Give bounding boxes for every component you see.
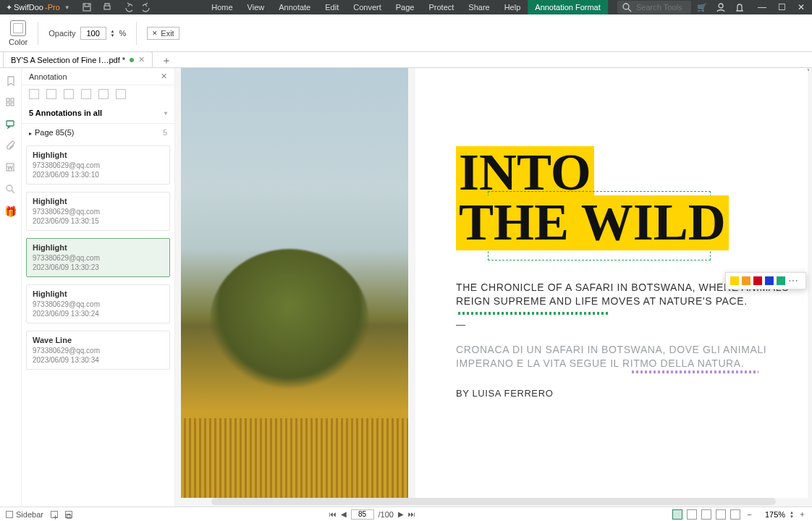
opacity-input[interactable] bbox=[80, 27, 106, 40]
menu-view[interactable]: View bbox=[240, 0, 272, 14]
maximize-button[interactable]: ☐ bbox=[778, 2, 786, 12]
view-single[interactable] bbox=[672, 509, 682, 520]
bookmark-icon[interactable] bbox=[5, 75, 17, 87]
annotation-user: 973380629@qq.com bbox=[33, 346, 164, 355]
divider bbox=[38, 22, 38, 45]
annotation-item[interactable]: Highlight 973380629@qq.com 2023/06/09 13… bbox=[26, 192, 170, 231]
zoom-in-button[interactable]: ＋ bbox=[798, 509, 806, 520]
color-swatch-green[interactable] bbox=[777, 276, 785, 285]
annotation-item[interactable]: Wave Line 973380629@qq.com 2023/06/09 13… bbox=[26, 331, 170, 370]
minimize-button[interactable]: — bbox=[758, 2, 766, 12]
brand-dropdown-icon[interactable]: ▼ bbox=[64, 4, 70, 11]
anno-tool-3[interactable] bbox=[64, 89, 74, 99]
anno-tool-4[interactable] bbox=[81, 89, 91, 99]
menu-page[interactable]: Page bbox=[389, 0, 422, 14]
document-tabs: BY'S A Selection of Fine I…pdf * ✕ ＋ bbox=[0, 52, 812, 68]
title-line-1[interactable]: INTO bbox=[456, 146, 594, 198]
cart-icon[interactable]: 🛒 bbox=[697, 3, 707, 12]
view-two-page[interactable] bbox=[701, 509, 711, 520]
color-swatch-yellow[interactable] bbox=[730, 276, 739, 285]
page-dup-button[interactable]: ⧉ bbox=[65, 511, 72, 518]
byline[interactable]: BY LUISA FERRERO bbox=[456, 388, 799, 399]
annotation-panel-tools bbox=[22, 85, 174, 103]
color-swatch-orange[interactable] bbox=[742, 276, 750, 285]
annotation-page-group[interactable]: ▸Page 85(5) 5 bbox=[22, 124, 174, 141]
menu-help[interactable]: Help bbox=[497, 0, 528, 14]
next-page-button[interactable]: ▶ bbox=[398, 510, 404, 518]
anno-tool-6[interactable] bbox=[116, 89, 126, 99]
page-input[interactable] bbox=[351, 509, 374, 520]
find-icon[interactable] bbox=[5, 184, 17, 195]
page-group-label: Page 85(5) bbox=[35, 128, 74, 137]
search-input[interactable] bbox=[636, 3, 687, 12]
sort-icon[interactable]: ▾ bbox=[164, 110, 167, 117]
word-icon[interactable] bbox=[5, 162, 17, 174]
save-icon[interactable] bbox=[82, 2, 92, 12]
close-button[interactable]: ✕ bbox=[798, 2, 805, 12]
add-tab-button[interactable]: ＋ bbox=[157, 54, 176, 67]
anno-tool-2[interactable] bbox=[46, 89, 56, 99]
annotation-panel-close-icon[interactable]: ✕ bbox=[161, 72, 167, 81]
tab-close-icon[interactable]: ✕ bbox=[138, 55, 145, 64]
menu-home[interactable]: Home bbox=[204, 0, 240, 14]
subtitle-it[interactable]: CRONACA DI UN SAFARI IN BOTSWANA, DOVE G… bbox=[456, 343, 799, 370]
annotation-item-selected[interactable]: Highlight 973380629@qq.com 2023/06/09 13… bbox=[26, 238, 170, 277]
attachment-icon[interactable] bbox=[5, 140, 17, 152]
title-line-2[interactable]: THE WILD bbox=[456, 195, 729, 250]
menu-annotate[interactable]: Annotate bbox=[271, 0, 318, 14]
annotation-item[interactable]: Highlight 973380629@qq.com 2023/06/09 13… bbox=[26, 145, 170, 185]
view-continuous[interactable] bbox=[687, 509, 697, 520]
zoom-value[interactable] bbox=[756, 510, 785, 519]
last-page-button[interactable]: ⏭ bbox=[408, 510, 415, 518]
menu-convert[interactable]: Convert bbox=[346, 0, 389, 14]
annotation-type: Highlight bbox=[33, 289, 164, 298]
search-tools[interactable] bbox=[617, 1, 691, 14]
redo-icon[interactable] bbox=[143, 2, 153, 12]
app-logo-icon: ✦ bbox=[6, 3, 12, 12]
annotation-icon[interactable] bbox=[5, 119, 17, 130]
zoom-down-icon[interactable]: ▼ bbox=[790, 514, 794, 519]
document-tab[interactable]: BY'S A Selection of Fine I…pdf * ✕ bbox=[3, 51, 153, 67]
gift-icon[interactable]: 🎁 bbox=[4, 206, 17, 217]
menu-protect[interactable]: Protect bbox=[421, 0, 461, 14]
tree-silhouette bbox=[210, 249, 369, 394]
window-controls: — ☐ ✕ bbox=[750, 2, 812, 12]
document-view[interactable]: 1 ˄ INTO THE WILD THE CHRONICLE OF A SAF… bbox=[175, 68, 812, 507]
opacity-label: Opacity bbox=[48, 29, 75, 38]
view-fullscreen[interactable] bbox=[730, 509, 740, 520]
page-add-button[interactable]: ＋ bbox=[51, 511, 58, 518]
svg-point-3 bbox=[719, 4, 723, 8]
view-two-continuous[interactable] bbox=[716, 509, 726, 520]
bell-icon[interactable] bbox=[735, 2, 745, 12]
undo-icon[interactable] bbox=[122, 2, 132, 12]
zoom-control: − ▲ ▼ ＋ bbox=[748, 509, 806, 520]
zoom-out-button[interactable]: − bbox=[748, 510, 752, 519]
color-picker[interactable]: Color bbox=[9, 20, 28, 46]
more-colors-icon[interactable]: ⋯ bbox=[788, 275, 798, 287]
print-icon[interactable] bbox=[102, 2, 112, 12]
opacity-down-icon[interactable]: ▼ bbox=[111, 33, 115, 38]
thumbnail-icon[interactable] bbox=[5, 97, 17, 109]
grass-foreground bbox=[181, 418, 408, 498]
annotation-item[interactable]: Highlight 973380629@qq.com 2023/06/09 13… bbox=[26, 284, 170, 323]
color-swatch-blue[interactable] bbox=[765, 276, 774, 285]
anno-tool-1[interactable] bbox=[29, 89, 39, 99]
annotation-summary[interactable]: 5 Annotations in all ▾ bbox=[22, 103, 174, 124]
menu-share[interactable]: Share bbox=[461, 0, 496, 14]
menu-annotation-format[interactable]: Annotation Format bbox=[528, 0, 608, 14]
anno-tool-5[interactable] bbox=[98, 89, 109, 99]
prev-page-button[interactable]: ◀ bbox=[341, 510, 347, 518]
svg-point-2 bbox=[623, 4, 629, 9]
exit-button[interactable]: ✕ Exit bbox=[147, 27, 179, 40]
brand[interactable]: ✦ SwifDoo-Pro ▼ bbox=[0, 3, 76, 12]
first-page-button[interactable]: ⏮ bbox=[329, 510, 337, 518]
sidebar-toggle[interactable]: Sidebar bbox=[6, 510, 43, 519]
color-swatch-red[interactable] bbox=[753, 276, 762, 285]
collapse-triangle-icon: ▸ bbox=[29, 130, 32, 137]
view-modes bbox=[672, 509, 740, 520]
annotation-timestamp: 2023/06/09 13:30:23 bbox=[33, 263, 164, 272]
annotation-summary-text: 5 Annotations in all bbox=[29, 109, 102, 117]
user-icon[interactable] bbox=[716, 2, 726, 12]
pager: ⏮ ◀ /100 ▶ ⏭ bbox=[329, 509, 415, 520]
menu-edit[interactable]: Edit bbox=[318, 0, 346, 14]
